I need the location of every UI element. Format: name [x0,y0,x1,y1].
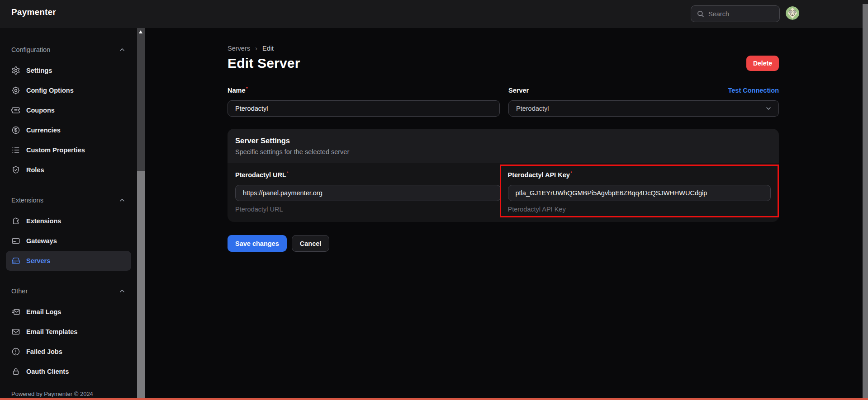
cog-dial-icon [11,86,20,95]
scrollbar-up-arrow-icon[interactable] [139,30,142,33]
sidebar-section-label: Other [11,287,28,295]
sidebar-footer: Powered by Paymenter © 2024 [11,391,93,397]
sidebar-item-label: Gateways [26,237,57,245]
save-changes-button[interactable]: Save changes [228,235,287,252]
sidebar-item-label: Settings [26,67,52,74]
sidebar-section-label: Configuration [11,46,50,53]
sidebar-item-roles[interactable]: Roles [6,160,131,180]
app-logo[interactable]: Paymenter [11,7,56,17]
name-label: Name [228,87,246,94]
required-marker: * [570,170,572,176]
breadcrumb-separator-icon: › [255,44,257,52]
pterodactyl-url-field-group: Pterodactyl URL* Pterodactyl URL [235,171,501,213]
search-input[interactable] [708,10,774,18]
pterodactyl-url-input[interactable] [235,185,501,201]
sidebar-item-failed-jobs[interactable]: Failed Jobs [6,342,131,362]
credit-card-icon [11,236,20,245]
sidebar-section-configuration: ConfigurationSettingsConfig OptionsCoupo… [0,45,137,180]
exclamation-circle-icon [11,347,20,356]
pterodactyl-url-helper: Pterodactyl URL [235,206,501,213]
page-scrollbar[interactable] [863,0,868,400]
sidebar: ConfigurationSettingsConfig OptionsCoupo… [0,28,137,400]
sidebar-item-gateways[interactable]: Gateways [6,231,131,251]
server-field-group: Server Test Connection Pterodactyl [508,86,779,117]
user-avatar[interactable] [786,6,799,20]
sidebar-item-custom-properties[interactable]: Custom Properties [6,140,131,160]
test-connection-link[interactable]: Test Connection [728,87,779,94]
breadcrumb-servers[interactable]: Servers [228,45,250,52]
sidebar-scrollbar-thumb[interactable] [137,171,145,400]
sidebar-item-email-logs[interactable]: Email Logs [6,302,131,322]
sidebar-scrollbar[interactable] [137,28,145,400]
list-icon [11,146,20,155]
sidebar-section-header-other[interactable]: Other [0,287,137,296]
pterodactyl-api-key-field-group: Pterodactyl API Key* Pterodactyl API Key [506,171,772,213]
envelope-lines-icon [11,307,20,316]
page-scrollbar-thumb[interactable] [863,4,868,400]
ticket-icon [11,106,20,115]
main-content: Servers › Edit Edit Server Delete Name* … [228,28,779,252]
breadcrumb-edit: Edit [262,45,274,52]
puzzle-icon [11,216,20,226]
pterodactyl-api-key-label: Pterodactyl API Key [508,171,570,179]
card-title: Server Settings [235,136,771,145]
sidebar-item-coupons[interactable]: Coupons [6,100,131,120]
server-icon [11,256,20,265]
server-select-value: Pterodactyl [516,105,549,112]
pterodactyl-api-key-helper: Pterodactyl API Key [508,206,771,213]
chevron-down-icon [765,105,772,112]
sidebar-item-label: Failed Jobs [26,348,62,355]
sidebar-item-label: Roles [26,166,44,174]
sidebar-item-label: Servers [26,257,50,264]
card-subtitle: Specific settings for the selected serve… [235,148,771,155]
envelope-icon [11,327,20,336]
pterodactyl-api-key-input[interactable] [508,185,771,201]
sidebar-item-currencies[interactable]: Currencies [6,120,131,140]
required-marker: * [246,86,248,91]
sidebar-item-email-templates[interactable]: Email Templates [6,322,131,342]
sidebar-item-extensions[interactable]: Extensions [6,211,131,231]
page-title: Edit Server [228,56,300,71]
highlight-box: Pterodactyl API Key* Pterodactyl API Key [500,165,779,217]
sidebar-item-settings[interactable]: Settings [6,61,131,80]
chevron-up-icon [119,197,126,204]
sidebar-item-label: Custom Properties [26,146,85,154]
sidebar-item-label: Currencies [26,127,61,134]
lock-icon [11,367,20,376]
sidebar-item-label: Email Logs [26,308,61,315]
sidebar-section-extensions: ExtensionsExtensionsGatewaysServers [0,196,137,271]
sidebar-item-config-options[interactable]: Config Options [6,80,131,100]
sidebar-item-label: Coupons [26,107,55,114]
name-input[interactable] [228,100,500,117]
pterodactyl-url-label: Pterodactyl URL [235,171,286,179]
bottom-accent-strip [0,398,868,400]
chevron-up-icon [119,287,126,295]
sidebar-item-label: Config Options [26,87,74,94]
chevron-up-icon [119,46,126,53]
gear-icon [11,66,20,75]
cancel-button[interactable]: Cancel [292,235,330,252]
sidebar-section-header-configuration[interactable]: Configuration [0,45,137,54]
sidebar-section-header-extensions[interactable]: Extensions [0,196,137,205]
sidebar-item-label: Oauth Clients [26,368,69,375]
sidebar-item-label: Extensions [26,217,61,225]
server-select[interactable]: Pterodactyl [508,100,779,117]
search-box[interactable] [691,5,780,22]
sidebar-section-other: OtherEmail LogsEmail TemplatesFailed Job… [0,287,137,381]
search-icon [697,10,704,18]
name-field-group: Name* [228,86,500,117]
sidebar-item-servers[interactable]: Servers [6,251,131,271]
delete-button[interactable]: Delete [746,56,779,71]
server-settings-card: Server Settings Specific settings for th… [228,129,779,222]
topbar: Paymenter [0,0,868,28]
server-label: Server [508,87,529,94]
breadcrumb: Servers › Edit [228,44,779,52]
sidebar-item-oauth-clients[interactable]: Oauth Clients [6,362,131,381]
dollar-circle-icon [11,126,20,135]
sidebar-item-label: Email Templates [26,328,77,335]
required-marker: * [287,170,289,176]
sidebar-section-label: Extensions [11,197,43,204]
shield-check-icon [11,165,20,174]
